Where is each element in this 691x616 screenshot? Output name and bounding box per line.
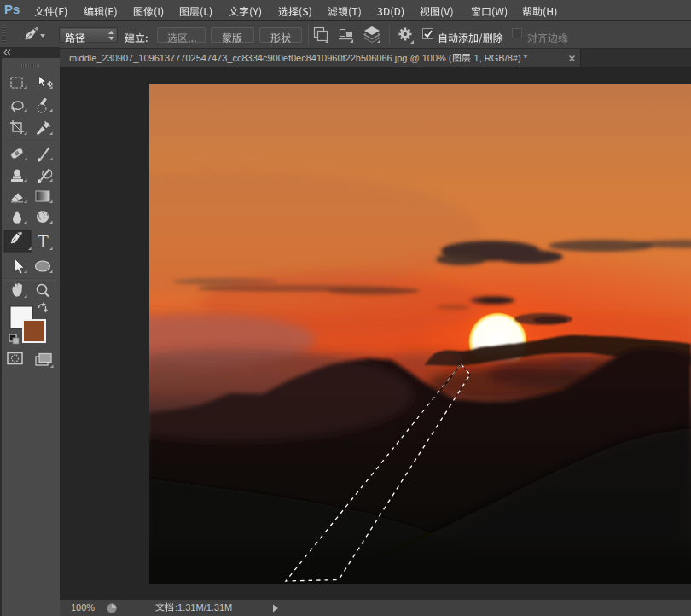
svg-text:T: T (38, 231, 49, 252)
